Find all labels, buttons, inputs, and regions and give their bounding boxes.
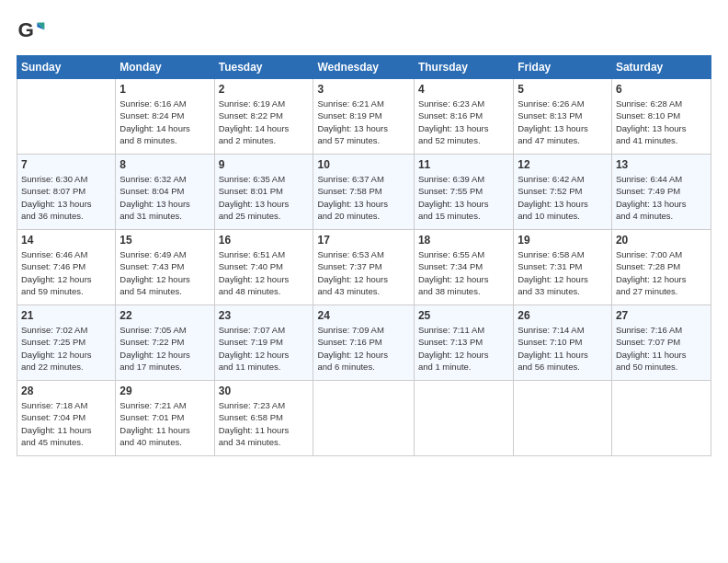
calendar-cell: 23Sunrise: 7:07 AM Sunset: 7:19 PM Dayli… — [214, 305, 313, 381]
day-info: Sunrise: 7:05 AM Sunset: 7:22 PM Dayligh… — [119, 324, 210, 373]
calendar-cell — [611, 381, 711, 456]
calendar-cell: 14Sunrise: 6:46 AM Sunset: 7:46 PM Dayli… — [17, 230, 116, 305]
day-number: 27 — [616, 309, 707, 322]
calendar-cell — [514, 381, 612, 456]
day-number: 26 — [518, 309, 608, 322]
calendar-cell — [414, 381, 513, 456]
week-row-2: 7Sunrise: 6:30 AM Sunset: 8:07 PM Daylig… — [17, 155, 711, 230]
day-info: Sunrise: 6:16 AM Sunset: 8:24 PM Dayligh… — [119, 98, 210, 146]
day-number: 6 — [616, 83, 707, 96]
calendar-cell: 12Sunrise: 6:42 AM Sunset: 7:52 PM Dayli… — [514, 155, 612, 230]
day-number: 3 — [317, 83, 409, 96]
day-number: 13 — [616, 158, 707, 171]
calendar-cell — [313, 381, 414, 456]
day-number: 1 — [119, 83, 210, 96]
calendar-cell: 22Sunrise: 7:05 AM Sunset: 7:22 PM Dayli… — [116, 305, 214, 381]
day-number: 9 — [219, 158, 310, 171]
day-info: Sunrise: 7:23 AM Sunset: 6:58 PM Dayligh… — [219, 399, 310, 448]
day-info: Sunrise: 7:14 AM Sunset: 7:10 PM Dayligh… — [518, 324, 608, 373]
day-info: Sunrise: 6:21 AM Sunset: 8:19 PM Dayligh… — [317, 98, 409, 146]
day-number: 23 — [219, 309, 310, 322]
page: G SundayMondayTuesdayWednesdayThursdayFr… — [0, 0, 728, 563]
weekday-header-thursday: Thursday — [414, 56, 513, 79]
calendar-cell: 28Sunrise: 7:18 AM Sunset: 7:04 PM Dayli… — [17, 381, 116, 456]
day-info: Sunrise: 6:51 AM Sunset: 7:40 PM Dayligh… — [219, 248, 310, 297]
day-info: Sunrise: 7:16 AM Sunset: 7:07 PM Dayligh… — [616, 324, 707, 373]
day-info: Sunrise: 7:00 AM Sunset: 7:28 PM Dayligh… — [616, 248, 707, 297]
calendar-cell: 21Sunrise: 7:02 AM Sunset: 7:25 PM Dayli… — [17, 305, 116, 381]
calendar-cell: 17Sunrise: 6:53 AM Sunset: 7:37 PM Dayli… — [313, 230, 414, 305]
day-number: 30 — [219, 385, 310, 397]
day-number: 16 — [219, 234, 310, 247]
day-info: Sunrise: 6:28 AM Sunset: 8:10 PM Dayligh… — [616, 98, 707, 146]
calendar-cell: 15Sunrise: 6:49 AM Sunset: 7:43 PM Dayli… — [116, 230, 214, 305]
weekday-header-tuesday: Tuesday — [214, 56, 313, 79]
day-number: 19 — [518, 234, 608, 247]
logo: G — [17, 17, 48, 46]
day-number: 14 — [21, 234, 111, 247]
header: G — [17, 17, 711, 46]
day-info: Sunrise: 7:11 AM Sunset: 7:13 PM Dayligh… — [418, 324, 509, 373]
day-number: 22 — [119, 309, 210, 322]
calendar-cell: 16Sunrise: 6:51 AM Sunset: 7:40 PM Dayli… — [214, 230, 313, 305]
day-number: 10 — [317, 158, 409, 171]
calendar-cell: 3Sunrise: 6:21 AM Sunset: 8:19 PM Daylig… — [313, 79, 414, 155]
day-number: 24 — [317, 309, 409, 322]
calendar-header: SundayMondayTuesdayWednesdayThursdayFrid… — [17, 56, 711, 79]
day-info: Sunrise: 7:09 AM Sunset: 7:16 PM Dayligh… — [317, 324, 409, 373]
day-info: Sunrise: 7:02 AM Sunset: 7:25 PM Dayligh… — [21, 324, 111, 373]
week-row-3: 14Sunrise: 6:46 AM Sunset: 7:46 PM Dayli… — [17, 230, 711, 305]
day-info: Sunrise: 6:30 AM Sunset: 8:07 PM Dayligh… — [21, 173, 111, 222]
day-number: 12 — [518, 158, 608, 171]
calendar-cell: 10Sunrise: 6:37 AM Sunset: 7:58 PM Dayli… — [313, 155, 414, 230]
calendar-cell: 1Sunrise: 6:16 AM Sunset: 8:24 PM Daylig… — [116, 79, 214, 155]
calendar-cell: 26Sunrise: 7:14 AM Sunset: 7:10 PM Dayli… — [514, 305, 612, 381]
day-info: Sunrise: 6:42 AM Sunset: 7:52 PM Dayligh… — [518, 173, 608, 222]
day-number: 17 — [317, 234, 409, 247]
day-info: Sunrise: 6:26 AM Sunset: 8:13 PM Dayligh… — [518, 98, 608, 146]
day-info: Sunrise: 6:49 AM Sunset: 7:43 PM Dayligh… — [119, 248, 210, 297]
day-number: 25 — [418, 309, 509, 322]
weekday-row: SundayMondayTuesdayWednesdayThursdayFrid… — [17, 56, 711, 79]
day-number: 5 — [518, 83, 608, 96]
calendar-cell: 18Sunrise: 6:55 AM Sunset: 7:34 PM Dayli… — [414, 230, 513, 305]
day-number: 11 — [418, 158, 509, 171]
weekday-header-wednesday: Wednesday — [313, 56, 414, 79]
calendar-cell — [17, 79, 116, 155]
svg-text:G: G — [18, 18, 34, 41]
day-info: Sunrise: 6:53 AM Sunset: 7:37 PM Dayligh… — [317, 248, 409, 297]
calendar: SundayMondayTuesdayWednesdayThursdayFrid… — [17, 55, 711, 456]
weekday-header-saturday: Saturday — [611, 56, 711, 79]
weekday-header-monday: Monday — [116, 56, 214, 79]
day-info: Sunrise: 6:39 AM Sunset: 7:55 PM Dayligh… — [418, 173, 509, 222]
day-info: Sunrise: 6:19 AM Sunset: 8:22 PM Dayligh… — [219, 98, 310, 146]
calendar-cell: 30Sunrise: 7:23 AM Sunset: 6:58 PM Dayli… — [214, 381, 313, 456]
weekday-header-friday: Friday — [514, 56, 612, 79]
day-number: 15 — [119, 234, 210, 247]
day-info: Sunrise: 6:35 AM Sunset: 8:01 PM Dayligh… — [219, 173, 310, 222]
calendar-body: 1Sunrise: 6:16 AM Sunset: 8:24 PM Daylig… — [17, 79, 711, 456]
day-info: Sunrise: 6:55 AM Sunset: 7:34 PM Dayligh… — [418, 248, 509, 297]
calendar-cell: 25Sunrise: 7:11 AM Sunset: 7:13 PM Dayli… — [414, 305, 513, 381]
calendar-cell: 6Sunrise: 6:28 AM Sunset: 8:10 PM Daylig… — [611, 79, 711, 155]
week-row-1: 1Sunrise: 6:16 AM Sunset: 8:24 PM Daylig… — [17, 79, 711, 155]
day-info: Sunrise: 6:58 AM Sunset: 7:31 PM Dayligh… — [518, 248, 608, 297]
weekday-header-sunday: Sunday — [17, 56, 116, 79]
calendar-cell: 29Sunrise: 7:21 AM Sunset: 7:01 PM Dayli… — [116, 381, 214, 456]
day-info: Sunrise: 6:32 AM Sunset: 8:04 PM Dayligh… — [119, 173, 210, 222]
day-number: 21 — [21, 309, 111, 322]
calendar-cell: 5Sunrise: 6:26 AM Sunset: 8:13 PM Daylig… — [514, 79, 612, 155]
calendar-cell: 2Sunrise: 6:19 AM Sunset: 8:22 PM Daylig… — [214, 79, 313, 155]
calendar-cell: 8Sunrise: 6:32 AM Sunset: 8:04 PM Daylig… — [116, 155, 214, 230]
calendar-cell: 9Sunrise: 6:35 AM Sunset: 8:01 PM Daylig… — [214, 155, 313, 230]
calendar-cell: 11Sunrise: 6:39 AM Sunset: 7:55 PM Dayli… — [414, 155, 513, 230]
day-info: Sunrise: 7:21 AM Sunset: 7:01 PM Dayligh… — [119, 399, 210, 448]
day-info: Sunrise: 7:18 AM Sunset: 7:04 PM Dayligh… — [21, 399, 111, 448]
day-number: 2 — [219, 83, 310, 96]
day-info: Sunrise: 6:44 AM Sunset: 7:49 PM Dayligh… — [616, 173, 707, 222]
day-info: Sunrise: 7:07 AM Sunset: 7:19 PM Dayligh… — [219, 324, 310, 373]
day-info: Sunrise: 6:37 AM Sunset: 7:58 PM Dayligh… — [317, 173, 409, 222]
week-row-5: 28Sunrise: 7:18 AM Sunset: 7:04 PM Dayli… — [17, 381, 711, 456]
day-number: 4 — [418, 83, 509, 96]
calendar-cell: 27Sunrise: 7:16 AM Sunset: 7:07 PM Dayli… — [611, 305, 711, 381]
